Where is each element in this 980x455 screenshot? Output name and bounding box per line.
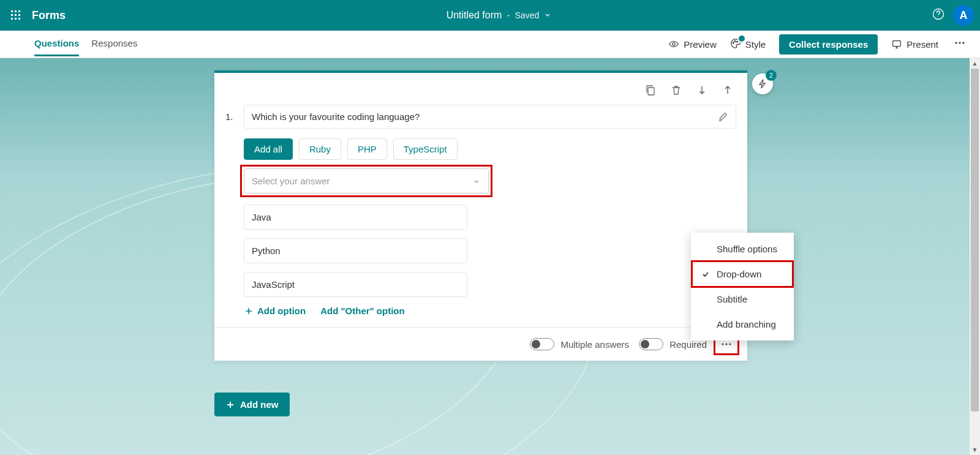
separator: - — [507, 10, 510, 21]
check-icon — [701, 270, 710, 279]
menu-item-label: Add branching — [717, 319, 776, 329]
svg-rect-4 — [15, 14, 17, 16]
svg-point-12 — [733, 42, 734, 43]
multiple-answers-toggle[interactable]: Multiple answers — [530, 338, 629, 350]
save-status: Saved — [515, 10, 540, 20]
lightning-icon — [758, 79, 767, 89]
answer-dropdown[interactable]: Select your answer — [244, 168, 489, 194]
scroll-down-icon[interactable]: ▼ — [970, 445, 980, 455]
svg-point-13 — [734, 40, 736, 42]
svg-rect-6 — [11, 18, 13, 20]
multiple-answers-label: Multiple answers — [560, 339, 629, 350]
option-input[interactable]: Python — [244, 238, 467, 263]
suggestions-button[interactable]: 2 — [752, 73, 773, 94]
move-down-icon[interactable] — [696, 84, 708, 96]
tab-responses[interactable]: Responses — [91, 32, 137, 56]
svg-rect-2 — [18, 10, 20, 12]
app-name[interactable]: Forms — [32, 9, 66, 22]
add-other-link[interactable]: Add "Other" option — [320, 306, 405, 316]
collect-responses-button[interactable]: Collect responses — [779, 34, 878, 55]
chevron-down-icon — [472, 177, 481, 186]
present-action[interactable]: Present — [891, 39, 938, 50]
menu-add-branching[interactable]: Add branching — [691, 312, 794, 337]
svg-point-10 — [938, 17, 938, 17]
move-up-icon[interactable] — [722, 84, 734, 96]
copy-icon[interactable] — [644, 84, 657, 96]
menu-subtitle[interactable]: Subtitle — [691, 287, 794, 312]
svg-point-18 — [962, 42, 964, 43]
present-label: Present — [907, 39, 938, 50]
style-action[interactable]: Style — [730, 38, 766, 51]
suggestion-pill[interactable]: PHP — [347, 138, 387, 160]
vertical-scrollbar[interactable]: ▲ ▼ — [970, 58, 980, 455]
plus-icon — [244, 306, 254, 316]
menu-item-label: Drop-down — [717, 269, 761, 279]
menu-item-label: Shuffle options — [717, 244, 777, 254]
suggestion-pill[interactable]: Ruby — [299, 138, 341, 160]
form-card: 1. Which is your favourite coding langua… — [214, 70, 747, 361]
scroll-up-icon[interactable]: ▲ — [970, 58, 980, 69]
svg-point-17 — [959, 42, 960, 43]
chevron-down-icon[interactable] — [544, 10, 551, 21]
sub-toolbar: Questions Responses Preview Style Collec… — [0, 31, 980, 58]
add-other-label: Add "Other" option — [320, 306, 405, 316]
add-new-button[interactable]: Add new — [214, 393, 290, 416]
top-bar: Forms Untitled form - Saved A — [0, 0, 980, 31]
title-area: Untitled form - Saved — [66, 10, 932, 21]
subbar-actions: Preview Style Collect responses Present — [668, 34, 968, 55]
suggestions-count-badge: 2 — [766, 70, 777, 81]
sub-tabs: Questions Responses — [34, 32, 137, 56]
plus-icon — [225, 400, 235, 410]
context-menu: Shuffle options Drop-down Subtitle Add b… — [691, 233, 794, 340]
preview-action[interactable]: Preview — [668, 39, 716, 50]
preview-label: Preview — [684, 39, 716, 50]
svg-point-20 — [722, 343, 723, 345]
avatar[interactable]: A — [953, 5, 974, 26]
style-label: Style — [745, 39, 766, 50]
menu-item-label: Subtitle — [717, 294, 747, 304]
svg-rect-15 — [893, 41, 901, 47]
add-option-row: Add option Add "Other" option — [244, 306, 736, 316]
delete-icon[interactable] — [670, 84, 682, 96]
svg-point-21 — [725, 343, 727, 345]
app-launcher-icon[interactable] — [6, 6, 26, 25]
question-number: 1. — [225, 111, 235, 122]
svg-point-22 — [729, 343, 731, 345]
svg-point-14 — [737, 41, 738, 42]
question-footer: Multiple answers Required — [214, 327, 747, 361]
add-all-button[interactable]: Add all — [244, 138, 293, 160]
svg-point-16 — [955, 42, 957, 43]
required-label: Required — [669, 339, 707, 350]
present-icon — [891, 39, 902, 50]
add-option-link[interactable]: Add option — [244, 306, 306, 316]
edit-icon[interactable] — [717, 111, 728, 124]
answer-placeholder: Select your answer — [252, 176, 330, 186]
suggestion-pill[interactable]: TypeScript — [393, 138, 458, 160]
more-icon[interactable] — [952, 35, 968, 53]
svg-rect-5 — [18, 14, 20, 16]
question-toolbar — [225, 79, 736, 105]
svg-point-11 — [673, 43, 676, 46]
help-icon[interactable] — [932, 8, 944, 23]
svg-rect-3 — [11, 14, 13, 16]
option-input[interactable]: JavaScript — [244, 272, 467, 297]
svg-rect-1 — [15, 10, 17, 12]
menu-shuffle-options[interactable]: Shuffle options — [691, 236, 794, 261]
svg-rect-19 — [648, 88, 654, 95]
form-title[interactable]: Untitled form — [447, 10, 502, 21]
option-input[interactable]: Java — [244, 205, 467, 230]
scroll-thumb[interactable] — [971, 69, 979, 412]
add-option-label: Add option — [257, 306, 306, 316]
svg-rect-7 — [15, 18, 17, 20]
topbar-right: A — [932, 5, 974, 26]
question-card[interactable]: 1. Which is your favourite coding langua… — [214, 70, 747, 316]
svg-rect-0 — [11, 10, 13, 12]
menu-dropdown[interactable]: Drop-down — [691, 261, 794, 287]
question-row: 1. Which is your favourite coding langua… — [225, 105, 736, 129]
svg-rect-8 — [18, 18, 20, 20]
add-new-label: Add new — [240, 399, 279, 410]
tab-questions[interactable]: Questions — [34, 32, 79, 56]
question-text: Which is your favourite coding language? — [252, 111, 420, 122]
question-text-input[interactable]: Which is your favourite coding language? — [244, 105, 736, 129]
eye-icon — [668, 39, 679, 50]
